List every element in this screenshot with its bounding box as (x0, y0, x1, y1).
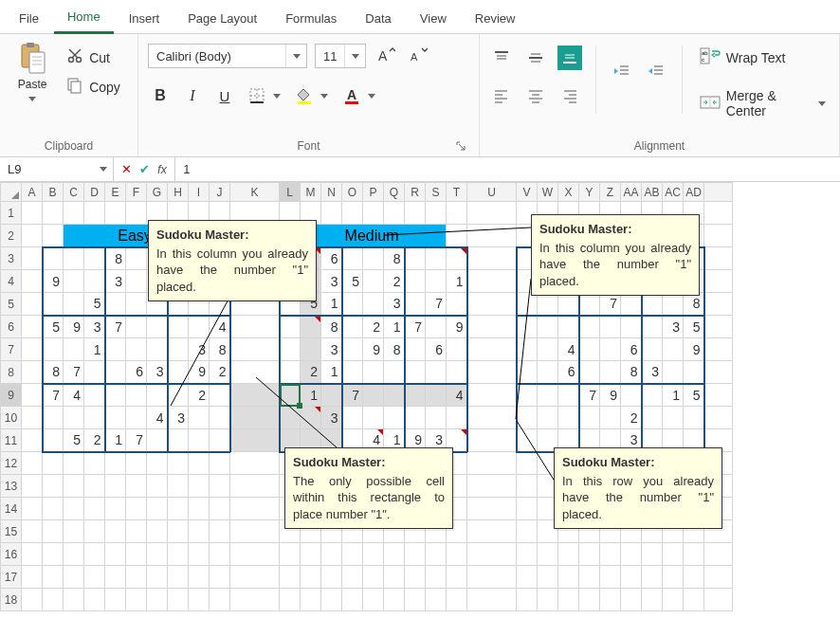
cell-P5[interactable] (363, 293, 384, 316)
cell-A18[interactable] (22, 589, 43, 611)
tab-insert[interactable]: Insert (116, 3, 173, 33)
col-header-O[interactable]: O (342, 183, 363, 202)
cell-B18[interactable] (43, 589, 64, 611)
col-header-S[interactable]: S (426, 183, 447, 202)
cell-AD9[interactable]: 5 (684, 384, 704, 407)
cancel-icon[interactable]: ✕ (121, 162, 132, 176)
cell-W10[interactable] (538, 407, 558, 429)
cell-R10[interactable] (405, 407, 426, 429)
cell-10[interactable] (704, 407, 733, 429)
cell-Z7[interactable] (600, 338, 621, 361)
cell-AD6[interactable]: 5 (684, 316, 704, 338)
align-center-button[interactable] (523, 83, 548, 108)
cell-L9[interactable] (280, 384, 301, 407)
fx-icon[interactable]: fx (157, 162, 167, 176)
col-header-AB[interactable]: AB (642, 183, 663, 202)
cell-P18[interactable] (363, 589, 384, 611)
cell-B6[interactable]: 5 (43, 316, 64, 338)
cell-M6[interactable] (301, 316, 321, 338)
cell-U5[interactable] (467, 293, 517, 316)
cell-AB8[interactable]: 3 (642, 361, 663, 384)
cell-AD17[interactable] (684, 566, 704, 589)
cell-L7[interactable] (280, 338, 301, 361)
cell-AC10[interactable] (663, 407, 684, 429)
cell-AD10[interactable] (684, 407, 704, 429)
cell-E17[interactable] (105, 566, 126, 589)
col-header-Q[interactable]: Q (384, 183, 405, 202)
cell-B8[interactable]: 8 (43, 361, 64, 384)
cell-D18[interactable] (84, 589, 105, 611)
cell-R9[interactable] (405, 384, 426, 407)
cell-I15[interactable] (189, 520, 210, 543)
cell-N9[interactable] (321, 384, 342, 407)
cell-P16[interactable] (363, 543, 384, 566)
cell-L10[interactable] (280, 407, 301, 429)
col-header-AC[interactable]: AC (663, 183, 684, 202)
cell-Z10[interactable] (600, 407, 621, 429)
cell-A13[interactable] (22, 475, 43, 498)
cell-K15[interactable] (230, 520, 280, 543)
bold-button[interactable]: B (148, 83, 173, 108)
cell-Y7[interactable] (579, 338, 600, 361)
cell-N18[interactable] (321, 589, 342, 611)
row-header-2[interactable]: 2 (1, 225, 22, 247)
col-header-AD[interactable]: AD (684, 183, 704, 202)
cell-D12[interactable] (84, 452, 105, 475)
increase-indent-button[interactable] (644, 59, 668, 83)
cell-N4[interactable]: 3 (321, 270, 342, 293)
cell-M2[interactable]: Medium (301, 225, 447, 247)
row-header-1[interactable]: 1 (1, 202, 22, 225)
cell-S3[interactable] (426, 247, 447, 270)
cell-18[interactable] (704, 589, 733, 611)
cell-B3[interactable] (43, 247, 64, 270)
cell-K13[interactable] (230, 475, 280, 498)
cell-T6[interactable]: 9 (447, 316, 467, 338)
dialog-launcher-button[interactable] (454, 139, 467, 153)
cell-L8[interactable] (280, 361, 301, 384)
cell-AD18[interactable] (684, 589, 704, 611)
cell-F9[interactable] (126, 384, 147, 407)
cell-P17[interactable] (363, 566, 384, 589)
cell-Z17[interactable] (600, 566, 621, 589)
cell-C14[interactable] (64, 498, 84, 520)
cell-V12[interactable] (517, 452, 538, 475)
cell-17[interactable] (704, 566, 733, 589)
cell-Q7[interactable]: 8 (384, 338, 405, 361)
cell-V17[interactable] (517, 566, 538, 589)
cell-AA8[interactable]: 8 (621, 361, 642, 384)
cell-C11[interactable]: 5 (64, 429, 84, 452)
cell-Q9[interactable] (384, 384, 405, 407)
cell-7[interactable] (704, 338, 733, 361)
col-header-AA[interactable]: AA (621, 183, 642, 202)
cell-9[interactable] (704, 384, 733, 407)
cell-AA9[interactable] (621, 384, 642, 407)
cell-T16[interactable] (447, 543, 467, 566)
cell-D5[interactable]: 5 (84, 293, 105, 316)
cell-W9[interactable] (538, 384, 558, 407)
cell-T9[interactable]: 4 (447, 384, 467, 407)
cell-A3[interactable] (22, 247, 43, 270)
cell-A6[interactable] (22, 316, 43, 338)
cell-B14[interactable] (43, 498, 64, 520)
cell-C6[interactable]: 9 (64, 316, 84, 338)
row-header-8[interactable]: 8 (1, 361, 22, 384)
cell-C4[interactable] (64, 270, 84, 293)
cell-F14[interactable] (126, 498, 147, 520)
col-header-G[interactable]: G (147, 183, 168, 202)
tab-file[interactable]: File (6, 3, 52, 33)
cell-F11[interactable]: 7 (126, 429, 147, 452)
cell-Y9[interactable]: 7 (579, 384, 600, 407)
cell-1[interactable] (704, 202, 733, 225)
col-header-A[interactable]: A (22, 183, 43, 202)
cell-U1[interactable] (467, 202, 517, 225)
cell-I6[interactable] (189, 316, 210, 338)
cell-D17[interactable] (84, 566, 105, 589)
cell-W6[interactable] (538, 316, 558, 338)
cell-D6[interactable]: 3 (84, 316, 105, 338)
cell-U15[interactable] (467, 520, 517, 543)
cell-G7[interactable] (147, 338, 168, 361)
cell-M9[interactable]: 1 (301, 384, 321, 407)
cell-X10[interactable] (558, 407, 579, 429)
align-bottom-button[interactable] (557, 46, 582, 70)
cell-G6[interactable] (147, 316, 168, 338)
